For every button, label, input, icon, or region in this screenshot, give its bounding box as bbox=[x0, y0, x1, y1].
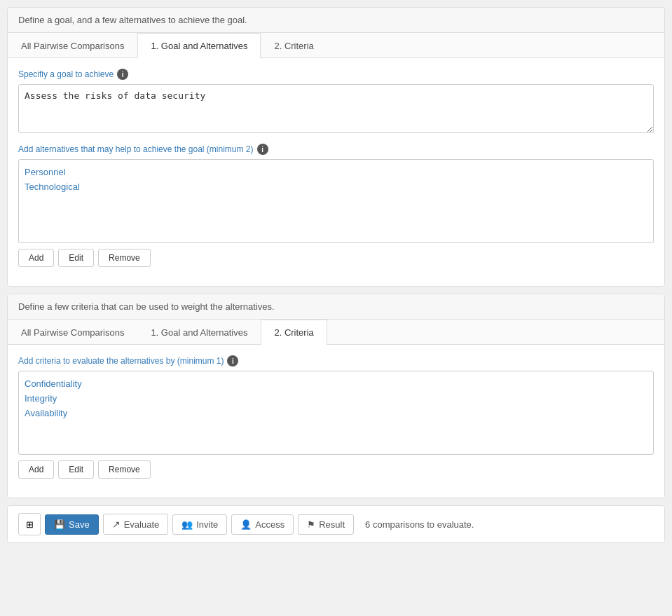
criteria-section: Add criteria to evaluate the alternative… bbox=[18, 355, 654, 479]
save-icon: 💾 bbox=[54, 519, 65, 530]
bottom-toolbar: ⊞ 💾 Save ↗ Evaluate 👥 Invite 👤 Access ⚑ … bbox=[7, 505, 665, 543]
alternatives-edit-button[interactable]: Edit bbox=[58, 249, 94, 267]
goal-label: Specifiy a goal to achieve i bbox=[18, 69, 654, 80]
tab-goal-alternatives-2[interactable]: 1. Goal and Alternatives bbox=[137, 320, 261, 345]
top-description: Define a goal, and a few alternatives to… bbox=[18, 15, 247, 25]
alternatives-add-button[interactable]: Add bbox=[18, 249, 54, 267]
evaluate-button[interactable]: ↗ Evaluate bbox=[103, 514, 169, 535]
result-icon: ⚑ bbox=[307, 519, 315, 530]
tab-criteria-1[interactable]: 2. Criteria bbox=[261, 33, 327, 58]
panel1-tabs-row: All Pairwise Comparisons 1. Goal and Alt… bbox=[8, 33, 664, 58]
criteria-remove-button[interactable]: Remove bbox=[98, 460, 151, 479]
panel1-content: Specifiy a goal to achieve i Assess the … bbox=[8, 58, 664, 286]
alternative-item-1: Personnel bbox=[25, 165, 647, 180]
criteria-item-2: Integrity bbox=[25, 392, 647, 406]
alternatives-info-icon: i bbox=[257, 144, 268, 155]
alternatives-label: Add alternatives that may help to achiev… bbox=[18, 144, 654, 155]
criteria-btn-row: Add Edit Remove bbox=[18, 460, 654, 479]
criteria-item-3: Availability bbox=[25, 406, 647, 421]
access-button[interactable]: 👤 Access bbox=[231, 514, 294, 535]
goal-input[interactable]: Assess the risks of data security bbox=[18, 84, 654, 133]
tab-all-pairwise-1[interactable]: All Pairwise Comparisons bbox=[8, 33, 137, 58]
tab-all-pairwise-2[interactable]: All Pairwise Comparisons bbox=[8, 320, 137, 345]
grid-icon-button[interactable]: ⊞ bbox=[18, 513, 41, 535]
panel2-content: Add criteria to evaluate the alternative… bbox=[8, 345, 664, 498]
access-icon: 👤 bbox=[240, 519, 252, 530]
grid-icon: ⊞ bbox=[26, 519, 34, 530]
criteria-list: Confidentiality Integrity Availability bbox=[18, 371, 654, 455]
criteria-label: Add criteria to evaluate the alternative… bbox=[18, 355, 654, 367]
goal-info-icon: i bbox=[117, 69, 128, 80]
result-button[interactable]: ⚑ Result bbox=[298, 514, 354, 535]
tab-criteria-2[interactable]: 2. Criteria bbox=[261, 320, 327, 345]
panel2-tabs-row: All Pairwise Comparisons 1. Goal and Alt… bbox=[8, 320, 664, 345]
comparisons-text: 6 comparisons to evaluate. bbox=[365, 519, 474, 530]
tab-goal-alternatives-1[interactable]: 1. Goal and Alternatives bbox=[137, 33, 261, 58]
alternatives-btn-row: Add Edit Remove bbox=[18, 249, 654, 267]
criteria-add-button[interactable]: Add bbox=[18, 460, 54, 479]
invite-button[interactable]: 👥 Invite bbox=[172, 514, 227, 535]
alternatives-section: Add alternatives that may help to achiev… bbox=[18, 144, 654, 267]
alternatives-remove-button[interactable]: Remove bbox=[98, 249, 151, 267]
invite-icon: 👥 bbox=[181, 519, 193, 530]
criteria-item-1: Confidentiality bbox=[25, 377, 647, 392]
goal-section: Specifiy a goal to achieve i Assess the … bbox=[18, 69, 654, 135]
criteria-info-icon: i bbox=[227, 355, 238, 367]
alternatives-list: Personnel Technological bbox=[18, 159, 654, 243]
alternative-item-2: Technological bbox=[25, 180, 647, 195]
bottom-description: Define a few criteria that can be used t… bbox=[18, 301, 275, 312]
evaluate-icon: ↗ bbox=[112, 519, 121, 530]
save-button[interactable]: 💾 Save bbox=[45, 514, 99, 535]
criteria-edit-button[interactable]: Edit bbox=[58, 460, 94, 479]
